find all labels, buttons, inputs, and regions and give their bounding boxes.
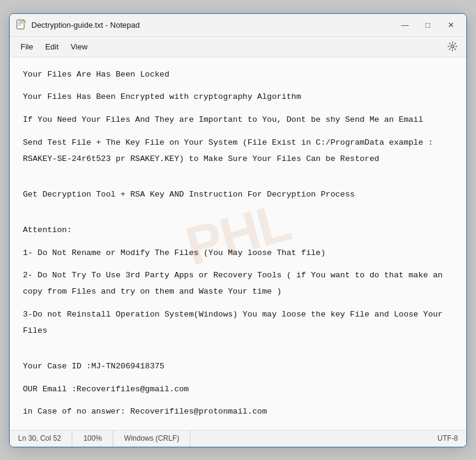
line-ending: Windows (CRLF) bbox=[124, 430, 190, 447]
svg-rect-4 bbox=[20, 19, 23, 21]
minimize-button[interactable]: — bbox=[394, 16, 416, 33]
editor-line bbox=[23, 240, 453, 244]
maximize-button[interactable]: □ bbox=[417, 16, 439, 33]
editor-line: Attention: bbox=[23, 224, 453, 238]
svg-point-7 bbox=[451, 45, 454, 48]
notepad-icon bbox=[16, 19, 27, 30]
close-button[interactable]: ✕ bbox=[440, 16, 462, 33]
notepad-window: Dectryption-guide.txt - Notepad — □ ✕ Fi… bbox=[9, 13, 467, 447]
svg-rect-3 bbox=[18, 25, 21, 25]
editor-line bbox=[23, 168, 453, 172]
editor-line bbox=[23, 399, 453, 403]
editor-content: Your Files Are Has Been Locked Your File… bbox=[23, 68, 453, 420]
editor-line: 3-Do not Reinstall Operation System(Wind… bbox=[23, 308, 453, 322]
editor-line bbox=[23, 347, 453, 351]
editor-line: 1- Do Not Rename or Modify The Files (Yo… bbox=[23, 247, 453, 260]
editor-line bbox=[23, 301, 453, 306]
editor-line: Files bbox=[23, 324, 453, 338]
editor-line bbox=[23, 263, 453, 267]
editor-line bbox=[23, 217, 453, 221]
editor-line bbox=[23, 175, 453, 179]
editor-line: Get Decryption Tool + RSA Key AND Instru… bbox=[23, 188, 453, 202]
editor-line: Send Test File + The Key File on Your Sy… bbox=[23, 136, 453, 150]
menu-file[interactable]: File bbox=[14, 40, 39, 54]
svg-rect-2 bbox=[18, 24, 23, 24]
editor-line bbox=[23, 353, 453, 358]
editor-line bbox=[23, 341, 453, 345]
menu-bar: File Edit View bbox=[10, 37, 466, 57]
cursor-position: Ln 30, Col 52 bbox=[18, 430, 72, 447]
editor-line: Your Case ID :MJ-TN2069418375 bbox=[23, 360, 453, 374]
encoding: UTF-8 bbox=[437, 430, 458, 447]
svg-rect-1 bbox=[18, 22, 23, 22]
editor-line: in Case of no answer: Recoverifiles@prot… bbox=[23, 405, 453, 419]
menu-view[interactable]: View bbox=[64, 40, 93, 54]
editor-line: RSAKEY-SE-24r6t523 pr RSAKEY.KEY) to Mak… bbox=[23, 153, 453, 166]
window-title: Dectryption-guide.txt - Notepad bbox=[31, 20, 394, 30]
editor-line bbox=[23, 107, 453, 111]
menu-edit[interactable]: Edit bbox=[39, 40, 64, 54]
editor-line bbox=[23, 210, 453, 215]
window-controls: — □ ✕ bbox=[394, 16, 462, 33]
zoom-level: 100% bbox=[83, 430, 113, 447]
title-bar: Dectryption-guide.txt - Notepad — □ ✕ bbox=[10, 14, 466, 37]
editor-line: copy from Files and try on them and Wast… bbox=[23, 285, 453, 299]
editor-line: Your Files Has Been Encrypted with crypt… bbox=[23, 90, 453, 104]
editor-line bbox=[23, 204, 453, 209]
editor-line: OUR Email :Recoverifiles@gmail.com bbox=[23, 383, 453, 397]
editor-line: If You Need Your Files And They are Impo… bbox=[23, 113, 453, 127]
editor-line bbox=[23, 130, 453, 134]
gear-icon bbox=[447, 41, 458, 52]
editor-line bbox=[23, 376, 453, 380]
status-bar: Ln 30, Col 52 100% Windows (CRLF) UTF-8 bbox=[10, 430, 466, 447]
editor-line: 2- Do Not Try To Use 3rd Party Apps or R… bbox=[23, 269, 453, 283]
settings-gear-button[interactable] bbox=[443, 37, 462, 55]
editor-area[interactable]: PHL Your Files Are Has Been Locked Your … bbox=[10, 57, 466, 430]
editor-line: Your Files Are Has Been Locked bbox=[23, 68, 453, 82]
editor-line bbox=[23, 84, 453, 88]
editor-line bbox=[23, 181, 453, 186]
